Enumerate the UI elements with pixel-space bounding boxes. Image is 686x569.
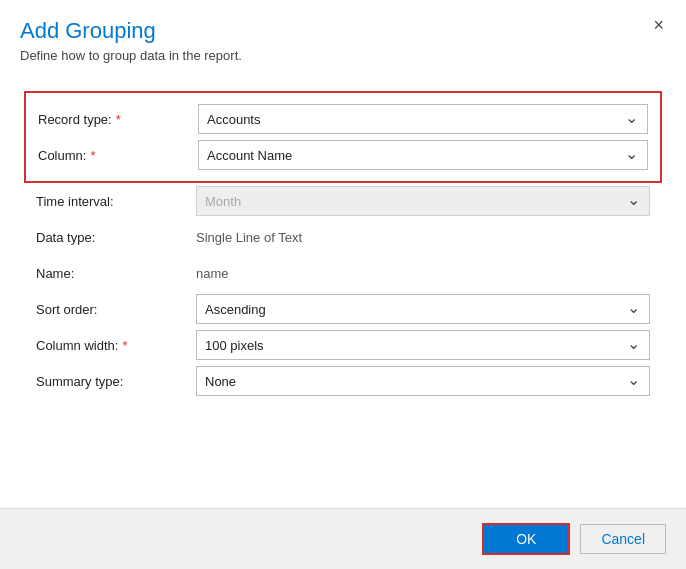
cancel-button[interactable]: Cancel	[580, 524, 666, 554]
time-interval-row: Time interval: Month	[24, 183, 662, 219]
dialog-footer: OK Cancel	[0, 508, 686, 569]
record-type-row: Record type: * Accounts	[26, 101, 660, 137]
sort-order-row: Sort order: Ascending	[24, 291, 662, 327]
column-label: Column: *	[38, 148, 198, 163]
summary-type-select-wrapper: None	[196, 366, 650, 396]
dialog: Add Grouping Define how to group data in…	[0, 0, 686, 569]
summary-type-control: None	[196, 366, 650, 396]
sort-order-select-wrapper: Ascending	[196, 294, 650, 324]
dialog-title: Add Grouping	[20, 18, 666, 44]
record-type-label: Record type: *	[38, 112, 198, 127]
name-value: name	[196, 265, 650, 281]
column-width-required: *	[122, 338, 127, 353]
ok-button[interactable]: OK	[482, 523, 570, 555]
column-width-label: Column width: *	[36, 338, 196, 353]
column-select[interactable]: Account Name	[198, 140, 648, 170]
dialog-body: Record type: * Accounts Column: *	[0, 71, 686, 508]
dialog-subtitle: Define how to group data in the report.	[20, 48, 666, 63]
highlighted-section: Record type: * Accounts Column: *	[24, 91, 662, 183]
record-type-select-wrapper: Accounts	[198, 104, 648, 134]
column-width-select[interactable]: 100 pixels	[196, 330, 650, 360]
sort-order-select[interactable]: Ascending	[196, 294, 650, 324]
time-interval-select[interactable]: Month	[196, 186, 650, 216]
time-interval-control: Month	[196, 186, 650, 216]
record-type-select[interactable]: Accounts	[198, 104, 648, 134]
column-row: Column: * Account Name	[26, 137, 660, 173]
time-interval-label: Time interval:	[36, 194, 196, 209]
close-button[interactable]: ×	[647, 14, 670, 36]
column-select-wrapper: Account Name	[198, 140, 648, 170]
name-row: Name: name	[24, 255, 662, 291]
sort-order-label: Sort order:	[36, 302, 196, 317]
summary-type-select[interactable]: None	[196, 366, 650, 396]
dialog-header: Add Grouping Define how to group data in…	[0, 0, 686, 71]
column-width-row: Column width: * 100 pixels	[24, 327, 662, 363]
data-type-value: Single Line of Text	[196, 229, 650, 245]
time-interval-select-wrapper: Month	[196, 186, 650, 216]
data-type-row: Data type: Single Line of Text	[24, 219, 662, 255]
record-type-required: *	[116, 112, 121, 127]
column-width-select-wrapper: 100 pixels	[196, 330, 650, 360]
data-type-label: Data type:	[36, 230, 196, 245]
column-required: *	[90, 148, 95, 163]
summary-type-row: Summary type: None	[24, 363, 662, 399]
summary-type-label: Summary type:	[36, 374, 196, 389]
record-type-control: Accounts	[198, 104, 648, 134]
column-control: Account Name	[198, 140, 648, 170]
column-width-control: 100 pixels	[196, 330, 650, 360]
name-label: Name:	[36, 266, 196, 281]
sort-order-control: Ascending	[196, 294, 650, 324]
